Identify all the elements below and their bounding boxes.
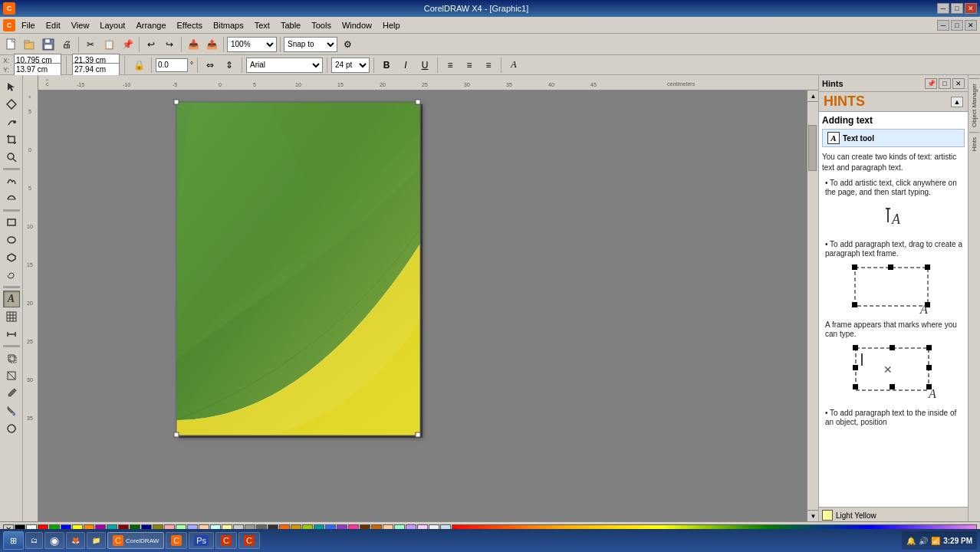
polygon-tool[interactable]	[3, 249, 20, 266]
hints-pin-button[interactable]: 📌	[925, 78, 937, 89]
shape-tool[interactable]	[3, 96, 20, 113]
menu-restore[interactable]: □	[951, 20, 963, 31]
dimension-tool[interactable]	[3, 326, 20, 343]
rectangle-tool[interactable]	[3, 214, 20, 231]
prop-sep3	[242, 58, 242, 73]
separator2	[139, 37, 140, 52]
hints-bullet-1: • To add artistic text, click anywhere o…	[825, 178, 965, 196]
vertical-scrollbar[interactable]: ▲ ▼	[807, 90, 818, 521]
open-button[interactable]	[21, 36, 38, 53]
align-left-button[interactable]: ≡	[442, 57, 459, 74]
scroll-thumb-v[interactable]	[808, 125, 817, 171]
prop-sep7	[501, 58, 502, 73]
font-name-dropdown[interactable]: Arial	[246, 58, 323, 73]
taskbar-photoshop[interactable]: Ps	[189, 532, 214, 549]
fill-color-box	[822, 510, 833, 521]
cut-button[interactable]: ✂	[82, 36, 99, 53]
svg-rect-67	[852, 264, 857, 270]
spiral-tool[interactable]	[3, 267, 20, 284]
ellipse-tool[interactable]	[3, 232, 20, 248]
menu-close[interactable]: ✕	[965, 20, 977, 31]
taskbar-coreldraw2[interactable]: C	[166, 532, 187, 549]
mirror-v-button[interactable]: ⇕	[221, 57, 238, 74]
object-manager-tab[interactable]: Object Manager	[969, 78, 979, 132]
menu-window[interactable]: Window	[337, 19, 377, 31]
canvas-svg[interactable]	[38, 90, 807, 521]
svg-text:25: 25	[27, 339, 33, 344]
y-input[interactable]	[14, 63, 61, 77]
hints-obj-props: Light Yellow	[819, 507, 968, 523]
menu-view[interactable]: View	[67, 19, 94, 31]
transparency-tool[interactable]	[3, 367, 20, 384]
snap-to-dropdown[interactable]: Snap to Grid Guidelines	[284, 37, 337, 52]
save-button[interactable]	[40, 36, 57, 53]
menu-file[interactable]: File	[17, 19, 40, 31]
minimize-button[interactable]: ─	[937, 3, 949, 14]
taskbar-explorer[interactable]: 🗂	[25, 532, 43, 549]
copy-button[interactable]: 📋	[100, 36, 117, 53]
table-tool[interactable]	[3, 308, 20, 325]
char-spacing-button[interactable]: A	[505, 57, 522, 74]
font-size-dropdown[interactable]: 24 pt 8 pt 12 pt 18 pt 36 pt 48 pt 72 pt	[331, 58, 370, 73]
freehand-tool[interactable]	[3, 172, 20, 189]
scroll-up-button[interactable]: ▲	[807, 90, 818, 102]
menu-help[interactable]: Help	[378, 19, 405, 31]
svg-text:0: 0	[28, 147, 31, 153]
zoom-tool[interactable]	[3, 149, 20, 166]
taskbar-coreldraw-active[interactable]: C CorelDRAW	[107, 532, 164, 549]
taskbar-folder[interactable]: 📁	[87, 532, 106, 549]
menu-bitmaps[interactable]: Bitmaps	[209, 19, 248, 31]
smudge-tool[interactable]	[3, 113, 20, 130]
eyedropper-tool[interactable]	[3, 385, 20, 402]
zoom-dropdown[interactable]: 100% 50% 75% 150% 200%	[227, 37, 277, 52]
taskbar-coreldraw3[interactable]: C	[215, 532, 237, 549]
hints-float-button[interactable]: □	[939, 78, 951, 89]
menu-effects[interactable]: Effects	[173, 19, 207, 31]
menu-arrange[interactable]: Arrange	[131, 19, 170, 31]
import-button[interactable]: 📥	[185, 36, 202, 53]
taskbar-chrome[interactable]: ◉	[44, 532, 64, 549]
menu-edit[interactable]: Edit	[41, 19, 65, 31]
align-justify-button[interactable]: ≡	[480, 57, 497, 74]
angle-input[interactable]	[156, 58, 188, 72]
underline-button[interactable]: U	[416, 57, 433, 74]
smartdraw-tool[interactable]	[3, 190, 20, 207]
outline-pen-tool[interactable]	[3, 420, 20, 437]
snap-options-button[interactable]: ⚙	[339, 36, 356, 53]
menu-table[interactable]: Table	[276, 19, 305, 31]
hints-up-button[interactable]: ▲	[951, 97, 963, 107]
top-ruler: c e -15 -10 -5 0 5 10 15 20 25 30 35 40 …	[38, 75, 818, 90]
taskbar-coreldraw4[interactable]: C	[238, 532, 260, 549]
align-center-button[interactable]: ≡	[461, 57, 478, 74]
maximize-button[interactable]: □	[951, 3, 963, 14]
hints-close-button[interactable]: ✕	[952, 78, 965, 89]
svg-rect-14	[7, 312, 16, 321]
menu-tools[interactable]: Tools	[307, 19, 336, 31]
print-button[interactable]: 🖨	[58, 36, 75, 53]
scroll-down-button[interactable]: ▼	[807, 510, 818, 521]
lock-ratio-button[interactable]: 🔒	[130, 57, 147, 74]
menu-text[interactable]: Text	[250, 19, 275, 31]
crop-tool[interactable]	[3, 131, 20, 148]
text-tool[interactable]: A	[3, 291, 20, 307]
pick-tool[interactable]	[3, 78, 20, 95]
italic-button[interactable]: I	[397, 57, 414, 74]
height-input[interactable]	[72, 63, 120, 77]
hints-side-tab[interactable]: Hints	[969, 132, 979, 156]
effects-tool[interactable]	[3, 350, 20, 366]
bold-button[interactable]: B	[378, 57, 395, 74]
start-button[interactable]: ⊞	[3, 531, 24, 550]
undo-button[interactable]: ↩	[143, 36, 159, 53]
menu-minimize[interactable]: ─	[937, 20, 949, 31]
new-button[interactable]	[3, 36, 20, 53]
paste-button[interactable]: 📌	[119, 36, 136, 53]
redo-button[interactable]: ↪	[161, 36, 178, 53]
prop-sep4	[327, 58, 327, 73]
taskbar-firefox[interactable]: 🦊	[66, 532, 85, 549]
mirror-h-button[interactable]: ⇔	[202, 57, 219, 74]
close-button[interactable]: ✕	[965, 3, 977, 14]
fill-color-label: Light Yellow	[836, 511, 876, 520]
menu-layout[interactable]: Layout	[95, 19, 130, 31]
fill-tool[interactable]	[3, 402, 20, 419]
export-button[interactable]: 📤	[203, 36, 220, 53]
